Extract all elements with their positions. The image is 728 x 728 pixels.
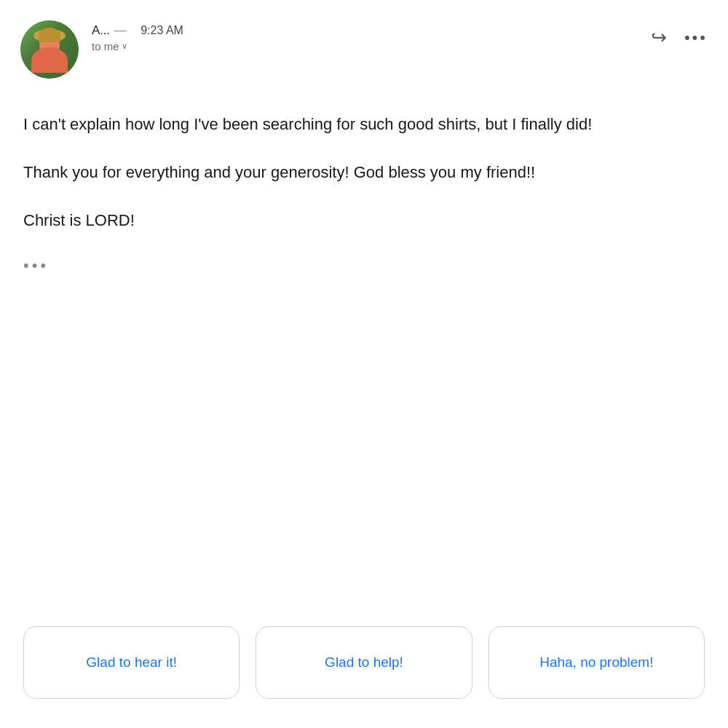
to-me-label: to me [92,40,119,52]
quick-reply-glad-to-help[interactable]: Glad to help! [256,626,472,699]
email-body: I can't explain how long I've been searc… [0,90,728,604]
email-paragraph-1: I can't explain how long I've been searc… [23,112,678,137]
email-paragraph-2: Thank you for everything and your genero… [23,160,678,185]
quick-reply-glad-to-hear[interactable]: Glad to hear it! [23,626,240,699]
sender-name: A... [92,23,110,38]
email-text: I can't explain how long I've been searc… [23,112,678,233]
chevron-down-icon: ∨ [122,41,127,51]
quick-reply-haha-no-problem[interactable]: Haha, no problem! [488,626,705,699]
email-ellipsis: ••• [23,256,705,275]
email-paragraph-3: Christ is LORD! [23,208,678,233]
email-container: A... — 9:23 AM to me ∨ ↩ ••• I can't exp… [0,0,728,728]
reply-icon[interactable]: ↩ [651,26,667,49]
to-me-row[interactable]: to me ∨ [92,40,651,52]
email-timestamp: 9:23 AM [141,24,183,37]
sender-avatar [20,20,79,79]
sender-name-row: A... — 9:23 AM [92,23,651,38]
avatar-image [20,20,79,79]
hat-decoration [33,29,66,42]
header-actions: ↩ ••• [651,20,708,49]
quick-replies: Glad to hear it! Glad to help! Haha, no … [0,604,728,728]
sender-name-extra: — [114,23,133,38]
email-header: A... — 9:23 AM to me ∨ ↩ ••• [0,0,728,90]
sender-info: A... — 9:23 AM to me ∨ [92,20,651,52]
more-options-icon[interactable]: ••• [684,28,708,47]
